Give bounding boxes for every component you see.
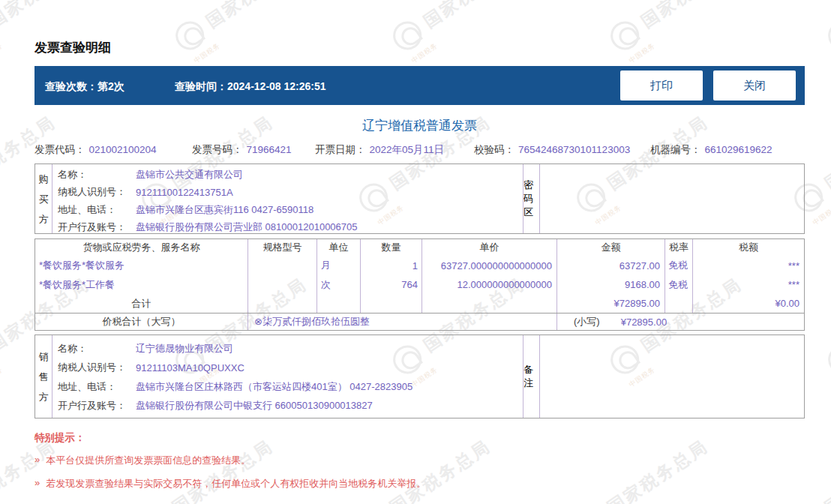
item-amount: 9168.00	[557, 275, 665, 294]
buyer-taxid-row: 纳税人识别号：91211100122413751A	[58, 184, 523, 202]
buyer-section: 购买方 名称：盘锦市公共交通有限公司 纳税人识别号：91211100122413…	[34, 164, 805, 234]
grand-total-row: 价税合计（大写） ⊗柒万贰仟捌佰玖拾伍圆整 (小写) ¥72895.00	[34, 314, 805, 331]
items-subtotal-row: 合计 ¥72895.00 ¥0.00	[35, 295, 804, 314]
check-code-field: 校验码：76542468730101123003	[474, 143, 630, 157]
password-area-label: 密码区	[523, 164, 540, 233]
verify-count-value: 第2次	[98, 80, 124, 92]
seller-taxid-row: 纳税人识别号：91211103MA10QPUXXC	[58, 358, 523, 378]
item-rate: 免税	[665, 256, 693, 275]
seller-fields: 名称：辽宁德晟物业有限公司 纳税人识别号：91211103MA10QPUXXC …	[52, 335, 523, 418]
remark-area	[540, 335, 804, 418]
buyer-name-row: 名称：盘锦市公共交通有限公司	[58, 166, 523, 184]
verify-count: 查验次数：第2次	[45, 80, 124, 94]
invoice-number-field: 发票号码：71966421	[192, 143, 292, 157]
tip-bullet: »	[34, 454, 40, 467]
item-qty: 764	[361, 275, 422, 294]
password-area	[540, 164, 804, 233]
lowercase-label: (小写)	[574, 315, 600, 328]
item-spec	[248, 256, 317, 275]
header-goods-name: 货物或应税劳务、服务名称	[35, 239, 248, 256]
header-unit-price: 单价	[422, 239, 557, 256]
special-tips: 特别提示： »本平台仅提供所查询发票票面信息的查验结果。 »若发现发票查验结果与…	[34, 431, 805, 500]
page-content: 发票查验明细 查验次数：第2次 查验时间：2024-12-08 12:26:51…	[0, 0, 831, 504]
seller-side-label: 销售方	[35, 335, 52, 418]
lowercase-value: ¥72895.00	[621, 316, 667, 328]
tip-text: 本平台仅提供所查询发票票面信息的查验结果。	[46, 454, 250, 467]
item-amount: 63727.00	[557, 256, 665, 275]
subtotal-unit	[317, 295, 361, 314]
tip-item: »若发现发票查验结果与实际交易不符，任何单位或个人有权拒收并向当地税务机关举报。	[34, 477, 805, 490]
items-table: 货物或应税劳务、服务名称 规格型号 单位 数量 单价 金额 税率 税额 *餐饮服…	[34, 238, 805, 314]
verify-time-label: 查验时间：	[175, 80, 227, 92]
seller-section: 销售方 名称：辽宁德晟物业有限公司 纳税人识别号：91211103MA10QPU…	[34, 334, 805, 418]
seller-address-row: 地址、电话：盘锦市兴隆台区庄林路西（市客运站四楼401室） 0427-28239…	[58, 377, 523, 397]
subtotal-label: 合计	[35, 295, 248, 314]
invoice-header-row: 发票代码：021002100204 发票号码：71966421 开票日期：202…	[34, 143, 805, 158]
seller-name-row: 名称：辽宁德晟物业有限公司	[58, 339, 523, 358]
invoice-verification-page: 中国税务国家税务总局中国税务国家税务总局中国税务国家税务总局中国税务国家税务总局…	[0, 0, 831, 504]
header-tax: 税额	[693, 239, 804, 256]
verify-time: 查验时间：2024-12-08 12:26:51	[175, 80, 326, 94]
items-header-row: 货物或应税劳务、服务名称 规格型号 单位 数量 单价 金额 税率 税额	[35, 239, 804, 256]
invoice-title: 辽宁增值税普通发票	[34, 117, 805, 134]
buyer-side-label: 购买方	[35, 164, 52, 233]
subtotal-qty	[361, 295, 422, 314]
close-button[interactable]: 关闭	[713, 70, 796, 100]
tip-text: 若发现发票查验结果与实际交易不符，任何单位或个人有权拒收并向当地税务机关举报。	[46, 477, 426, 490]
grand-total-label: 价税合计（大写）	[35, 314, 248, 330]
machine-number-field: 机器编号：661029619622	[650, 143, 772, 157]
subtotal-rate	[665, 295, 693, 314]
item-rate: 免税	[665, 275, 693, 294]
item-unit: 月	[317, 256, 361, 275]
buyer-fields: 名称：盘锦市公共交通有限公司 纳税人识别号：91211100122413751A…	[52, 164, 523, 233]
tips-title: 特别提示：	[34, 431, 805, 445]
verify-time-value: 2024-12-08 12:26:51	[227, 80, 326, 92]
item-tax: ***	[693, 275, 804, 294]
subtotal-price	[422, 295, 557, 314]
remark-area-label: 备注	[523, 335, 540, 418]
item-spec	[248, 275, 317, 294]
item-unit: 次	[317, 275, 361, 294]
tip-bullet: »	[34, 477, 40, 490]
grand-total-uppercase: ⊗柒万贰仟捌佰玖拾伍圆整	[248, 314, 557, 330]
invoice-code-field: 发票代码：021002100204	[34, 143, 157, 157]
page-title: 发票查验明细	[34, 39, 111, 56]
invoice-date-field: 开票日期：2022年05月11日	[315, 143, 444, 157]
item-row: *餐饮服务*餐饮服务 月 1 63727.000000000000000 637…	[35, 256, 804, 275]
seller-bank-row: 开户行及账号：盘锦银行股份有限公司中银支行 660050130900013827	[58, 397, 523, 416]
tip-item: »本平台仅提供所查询发票票面信息的查验结果。	[34, 454, 805, 467]
item-name: *餐饮服务*餐饮服务	[35, 256, 248, 275]
item-row: *餐饮服务*工作餐 次 764 12.000000000000000 9168.…	[35, 275, 804, 294]
item-price: 12.000000000000000	[422, 275, 557, 294]
verify-count-label: 查验次数：	[45, 80, 98, 92]
buyer-bank-row: 开户行及账号：盘锦银行股份有限公司营业部 08100012010006705	[58, 219, 523, 237]
subtotal-spec	[248, 295, 317, 314]
item-tax: ***	[693, 256, 804, 275]
subtotal-amount: ¥72895.00	[557, 295, 665, 314]
item-price: 63727.000000000000000	[422, 256, 557, 275]
header-unit: 单位	[317, 239, 361, 256]
subtotal-tax: ¥0.00	[693, 295, 804, 314]
header-amount: 金额	[557, 239, 665, 256]
header-quantity: 数量	[361, 239, 422, 256]
print-button[interactable]: 打印	[620, 70, 703, 100]
header-tax-rate: 税率	[665, 239, 693, 256]
grand-total-lowercase: (小写) ¥72895.00	[557, 314, 804, 330]
header-spec: 规格型号	[248, 239, 317, 256]
item-name: *餐饮服务*工作餐	[35, 275, 248, 294]
buyer-address-row: 地址、电话：盘锦市兴隆台区惠宾街116 0427-6590118	[58, 201, 523, 219]
query-bar: 查验次数：第2次 查验时间：2024-12-08 12:26:51 打印 关闭	[34, 66, 805, 105]
item-qty: 1	[361, 256, 422, 275]
